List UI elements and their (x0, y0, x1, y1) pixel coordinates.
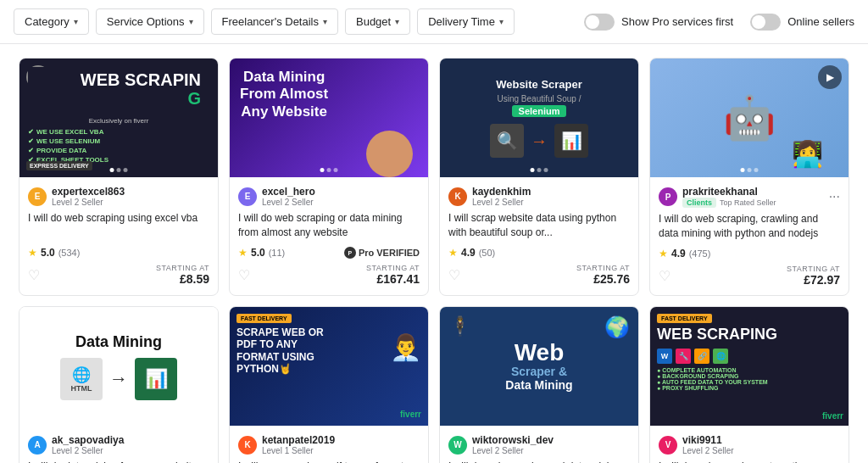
card-2-rating-val: 5.0 (251, 247, 265, 259)
card-5-seller-row: A ak_sapovadiya Level 2 Seller (28, 434, 209, 455)
card-7-seller-row: W wiktorowski_dev Level 2 Seller (448, 434, 630, 455)
card-2[interactable]: Data MiningFrom AlmostAny Website E exce… (229, 58, 429, 296)
card-4-desc: I will do web scraping, crawling and dat… (659, 212, 840, 241)
card-1-seller-level: Level 2 Seller (52, 198, 209, 207)
card-3-price-row: ♡ STARTING AT £25.76 (448, 264, 630, 286)
card-5-body: A ak_sapovadiya Level 2 Seller I will do… (19, 426, 218, 463)
card-4-clients-badge: Clients (682, 198, 716, 208)
card-4-rating: ★ 4.9 (475) (659, 248, 840, 259)
card-4-more[interactable]: ··· (829, 189, 840, 204)
card-7-thumb: Web Scraper & Data Mining 🌍 🕴️ (440, 307, 638, 426)
card-5[interactable]: Data Mining 🌐 HTML → 📊 A ak_sapovadiya L… (19, 306, 219, 463)
card-6-seller-avatar: K (238, 436, 257, 455)
card-1-price-info: STARTING AT £8.59 (156, 264, 209, 286)
card-3[interactable]: Website Scraper Using Beautiful Soup / S… (439, 58, 639, 296)
card-4-art: 🤖 (723, 93, 776, 142)
card-2-seller-name: excel_hero (262, 186, 420, 198)
card-1-express-badge: EXPRESS DELIVERY (26, 161, 92, 170)
card-4-thumb: 🤖 👩‍💻 ▶ (650, 59, 849, 177)
card-2-pro-verified: P Pro VERIFIED (344, 247, 420, 259)
card-7-seller-avatar: W (448, 436, 467, 455)
card-8[interactable]: FAST DELIVERY WEB SCRAPING W 🔧 🔗 🌐 ● COM… (649, 306, 849, 463)
card-3-seller-row: K kaydenkhim Level 2 Seller (448, 186, 630, 207)
budget-chevron: ▾ (395, 17, 399, 26)
card-3-heart[interactable]: ♡ (448, 267, 460, 283)
card-6-seller-row: K ketanpatel2019 Level 1 Seller (238, 434, 420, 455)
card-1-rating-count: (534) (58, 248, 81, 258)
service-options-label: Service Options (107, 15, 185, 28)
card-2-title: Data MiningFrom AlmostAny Website (240, 69, 328, 120)
card-1-heart[interactable]: ♡ (28, 267, 40, 283)
card-3-dots (531, 168, 548, 172)
card-7[interactable]: Web Scraper & Data Mining 🌍 🕴️ W wiktoro… (439, 306, 639, 463)
card-1-seller-row: E expertexcel863 Level 2 Seller (28, 186, 209, 207)
card-2-seller-level: Level 2 Seller (262, 198, 420, 207)
card-6[interactable]: FAST DELIVERY SCRAPE WEB ORPDF TO ANYFOR… (229, 306, 429, 463)
budget-label: Budget (356, 15, 391, 28)
card-3-rating-val: 4.9 (461, 247, 476, 259)
card-4-person: 👩‍💻 (792, 139, 823, 169)
card-2-body: E excel_hero Level 2 Seller I will do we… (230, 177, 428, 294)
service-options-filter[interactable]: Service Options ▾ (96, 8, 204, 35)
card-5-seller-level: Level 2 Seller (52, 446, 209, 455)
card-8-logos: W 🔧 🔗 🌐 (657, 349, 842, 364)
freelancer-details-label: Freelancer's Details (222, 15, 319, 28)
budget-filter[interactable]: Budget ▾ (345, 8, 410, 35)
card-8-seller-row: V viki9911 Level 2 Seller (659, 434, 840, 455)
card-3-star: ★ (448, 247, 458, 259)
arrow-icon: → (109, 368, 128, 390)
card-2-seller-info: excel_hero Level 2 Seller (262, 186, 420, 207)
card-7-seller-info: wiktorowski_dev Level 2 Seller (472, 434, 630, 455)
category-chevron: ▾ (74, 17, 78, 26)
freelancer-details-filter[interactable]: Freelancer's Details ▾ (211, 8, 338, 35)
card-5-thumb: Data Mining 🌐 HTML → 📊 (19, 307, 218, 426)
card-3-price: £25.76 (576, 272, 630, 286)
online-sellers-label: Online sellers (787, 15, 854, 28)
service-options-chevron: ▾ (189, 17, 193, 26)
html-box: 🌐 HTML (60, 358, 103, 400)
card-4-heart[interactable]: ♡ (659, 268, 670, 284)
card-4-top-badge: Top Rated Seller (720, 198, 776, 207)
card-7-person-icon: 🕴️ (448, 315, 471, 337)
card-8-seller-info: viki9911 Level 2 Seller (682, 434, 840, 455)
card-8-features: ● COMPLETE AUTOMATION ● BACKGROUND SCRAP… (657, 367, 842, 391)
card-1[interactable]: WEB SCRAPING Exclusively on fiverr ✔ WE … (19, 58, 219, 296)
card-3-price-info: STARTING AT £25.76 (576, 264, 630, 286)
card-1-seller-name: expertexcel863 (52, 186, 209, 198)
card-4-price-row: ♡ STARTING AT £72.97 (659, 265, 840, 287)
card-3-using: Using Beautiful Soup / (498, 94, 581, 103)
delivery-time-filter[interactable]: Delivery Time ▾ (417, 8, 515, 35)
card-1-star: ★ (28, 247, 37, 259)
card-4-body: P prakriteekhanal Clients Top Rated Sell… (650, 177, 849, 295)
card-2-price-info: STARTING AT £167.41 (366, 264, 420, 286)
delivery-time-chevron: ▾ (499, 17, 504, 26)
online-sellers-toggle[interactable] (750, 14, 781, 31)
card-2-star: ★ (238, 247, 248, 259)
card-4-seller-avatar: P (659, 187, 677, 206)
delivery-time-label: Delivery Time (428, 15, 495, 28)
card-8-thumb: FAST DELIVERY WEB SCRAPING W 🔧 🔗 🌐 ● COM… (650, 307, 849, 426)
card-1-dots (110, 168, 128, 172)
card-1-thumb: WEB SCRAPING Exclusively on fiverr ✔ WE … (19, 59, 218, 177)
card-5-title: Data Mining (75, 333, 162, 351)
card-8-title: WEB SCRAPING (657, 326, 842, 343)
card-7-desc: I will do web scraping and data mining (448, 460, 630, 463)
card-2-face (366, 131, 413, 177)
card-3-seller-level: Level 2 Seller (472, 198, 630, 207)
card-6-fiverr: fiverr (400, 410, 421, 419)
card-1-price: £8.59 (156, 272, 209, 286)
category-filter[interactable]: Category ▾ (14, 8, 89, 35)
card-3-body: K kaydenkhim Level 2 Seller I will scrap… (440, 177, 638, 294)
card-2-heart[interactable]: ♡ (238, 267, 250, 283)
card-1-price-row: ♡ STARTING AT £8.59 (28, 264, 209, 286)
pro-services-toggle[interactable] (584, 14, 615, 31)
card-8-seller-name: viki9911 (682, 434, 840, 446)
card-3-seller-name: kaydenkhim (472, 186, 630, 198)
card-6-seller-level: Level 1 Seller (262, 446, 420, 455)
card-3-seller-avatar: K (448, 187, 467, 206)
card-4-play-btn[interactable]: ▶ (818, 65, 842, 89)
card-4-badge-row: Clients Top Rated Seller (682, 198, 824, 208)
card-4[interactable]: 🤖 👩‍💻 ▶ P prakriteekhanal Clients Top Ra… (649, 58, 849, 296)
card-3-icons: 🔍 → 📊 (490, 124, 588, 158)
pro-services-label: Show Pro services first (621, 15, 733, 28)
